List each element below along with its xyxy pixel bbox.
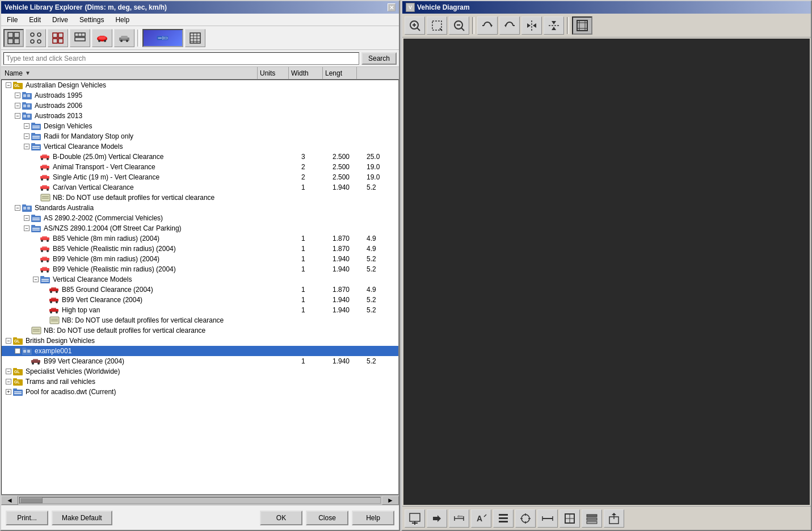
expander-box[interactable]: +	[6, 389, 11, 395]
tree-expander[interactable]: −	[22, 142, 31, 151]
expander-box[interactable]: −	[24, 215, 30, 221]
expander-box[interactable]: −	[15, 93, 20, 98]
expander-box[interactable]: −	[24, 133, 30, 139]
tree-item[interactable]: Car/van Vertical Clearance11.9405.2	[2, 182, 398, 193]
tree-expander[interactable]: −	[4, 377, 13, 386]
insert-diagram-btn[interactable]	[405, 509, 425, 528]
tree-item[interactable]: − GL Australian Design Vehicles	[2, 80, 398, 90]
tree-item[interactable]: − GL Specialist Vehicles (Worldwide)	[2, 366, 398, 377]
flip-h-btn[interactable]	[521, 16, 542, 35]
expander-box[interactable]: −	[15, 103, 20, 108]
expander-box[interactable]: −	[24, 123, 30, 129]
rotate-cw-btn[interactable]	[477, 16, 498, 35]
help-button[interactable]: Help	[352, 511, 394, 525]
label-btn[interactable]: A	[471, 509, 491, 528]
expander-box[interactable]: −	[24, 144, 30, 149]
tree-expander[interactable]: −	[22, 214, 31, 223]
vehicle-red-btn[interactable]	[92, 29, 112, 47]
tree-expander[interactable]	[22, 357, 31, 366]
tree-expander[interactable]: −	[13, 203, 22, 212]
expander-box[interactable]: −	[24, 225, 30, 231]
type-btn[interactable]	[70, 29, 90, 47]
expander-box[interactable]: −	[15, 113, 20, 119]
zoom-in-btn[interactable]	[405, 16, 425, 35]
tree-item[interactable]: B85 Vehicle (8m min radius) (2004)11.870…	[2, 233, 398, 244]
tree-item[interactable]: NB: Do NOT use default profiles for vert…	[2, 193, 398, 203]
tree-expander[interactable]	[31, 193, 40, 202]
search-button[interactable]: Search	[361, 52, 397, 65]
flip-v-btn[interactable]	[544, 16, 564, 35]
tree-item[interactable]: − Austroads 1995	[2, 90, 398, 101]
tree-expander[interactable]	[40, 285, 49, 294]
tree-expander[interactable]	[31, 152, 40, 161]
tree-item[interactable]: B99 Vehicle (Realistic min radius) (2004…	[2, 264, 398, 274]
tree-item[interactable]: B99 Vert Clearance (2004)11.9405.2	[2, 356, 398, 366]
tree-item[interactable]: B99 Vehicle (8m min radius) (2004)11.940…	[2, 254, 398, 264]
class-btn[interactable]	[48, 29, 68, 47]
tree-item[interactable]: + Pool for acadiso.dwt (Current)	[2, 387, 398, 397]
car-btn[interactable]	[114, 29, 134, 47]
tree-expander[interactable]	[40, 306, 49, 315]
tree-item[interactable]: Single Artic (19 m) - Vert Clearance22.5…	[2, 172, 398, 182]
menu-settings[interactable]: Settings	[76, 15, 107, 25]
tree-expander[interactable]: −	[13, 346, 22, 356]
menu-file[interactable]: File	[3, 15, 21, 25]
tree-item[interactable]: B99 Vert Clearance (2004)11.9405.2	[2, 295, 398, 305]
tree-item[interactable]: − Design Vehicles	[2, 121, 398, 131]
group-btn[interactable]	[3, 29, 24, 47]
tree-expander[interactable]: −	[13, 111, 22, 120]
make-default-button[interactable]: Make Default	[52, 511, 112, 525]
scroll-right-btn[interactable]: ►	[382, 496, 399, 505]
tree-item[interactable]: B85 Ground Clearance (2004)11.8704.9	[2, 285, 398, 295]
expander-box[interactable]: −	[15, 348, 20, 354]
expander-box[interactable]: −	[6, 369, 11, 374]
expander-box[interactable]: −	[6, 338, 11, 344]
tree-item[interactable]: − example001	[2, 346, 398, 356]
rotate-ccw-btn[interactable]	[499, 16, 520, 35]
tree-expander[interactable]	[31, 162, 40, 172]
replace-btn[interactable]	[427, 509, 447, 528]
tree-expander[interactable]	[31, 173, 40, 182]
tree-expander[interactable]: −	[13, 91, 22, 100]
box-btn[interactable]	[559, 509, 580, 528]
tree-item[interactable]: − Austroads 2013	[2, 111, 398, 121]
highlight-btn[interactable]	[142, 29, 183, 47]
close-button[interactable]: Close	[306, 511, 348, 525]
menu-drive[interactable]: Drive	[49, 15, 71, 25]
crosshair-btn[interactable]	[515, 509, 536, 528]
tree-expander[interactable]: −	[4, 81, 13, 90]
tree-expander[interactable]: −	[22, 224, 31, 233]
properties-btn[interactable]	[493, 509, 514, 528]
expander-box[interactable]: −	[15, 205, 20, 211]
tree-expander[interactable]: −	[4, 367, 13, 376]
tree-item[interactable]: − GL British Design Vehicles	[2, 336, 398, 346]
tree-item[interactable]: Animal Transport - Vert Clearance22.5001…	[2, 162, 398, 172]
tree-item[interactable]: NB: Do NOT use default profiles for vert…	[2, 325, 398, 336]
tree-expander[interactable]	[40, 295, 49, 304]
expander-box[interactable]: −	[33, 277, 39, 282]
tree-expander[interactable]	[31, 254, 40, 264]
tree-expander[interactable]	[31, 244, 40, 253]
tree-expander[interactable]: −	[22, 122, 31, 131]
zoom-out-btn[interactable]	[449, 16, 469, 35]
tree-view[interactable]: − GL Australian Design Vehicles− Austroa…	[1, 80, 399, 495]
tree-expander[interactable]	[31, 234, 40, 243]
search-input[interactable]	[3, 52, 359, 65]
zoom-window-btn[interactable]	[427, 16, 447, 35]
tree-item[interactable]: − Standards Australia	[2, 203, 398, 213]
tree-item[interactable]: B85 Vehicle (Realistic min radius) (2004…	[2, 244, 398, 254]
print-button[interactable]: Print...	[6, 511, 48, 525]
tree-expander[interactable]: −	[13, 101, 22, 110]
dimension-btn[interactable]: dim	[449, 509, 469, 528]
tree-item[interactable]: B-Double (25.0m) Vertical Clearance32.50…	[2, 152, 398, 162]
scroll-thumb[interactable]	[20, 497, 43, 503]
scroll-left-btn[interactable]: ◄	[1, 496, 18, 505]
tree-expander[interactable]	[40, 316, 49, 325]
tree-expander[interactable]: −	[4, 336, 13, 345]
expander-box[interactable]: −	[6, 379, 11, 384]
fit-window-btn[interactable]	[572, 16, 592, 35]
export-btn[interactable]	[604, 509, 624, 528]
tree-expander[interactable]	[31, 265, 40, 274]
tree-item[interactable]: NB: Do NOT use default profiles for vert…	[2, 315, 398, 325]
expander-box[interactable]: −	[6, 82, 11, 88]
